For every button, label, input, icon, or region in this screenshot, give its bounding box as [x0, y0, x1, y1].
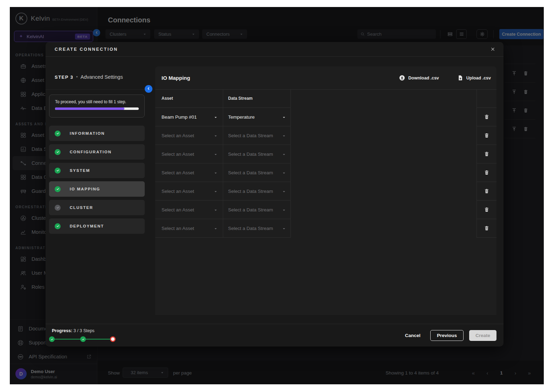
modal-step-panel: STEP 3 • Advanced Settings To proceed, y…: [46, 57, 149, 324]
check-icon: [55, 149, 61, 155]
io-mapping-panel: IO Mapping Download .csv Upload .csv: [155, 66, 496, 315]
io-table-delete-column: [477, 89, 496, 238]
progress-label: Progress: 3 / 3 Steps: [52, 328, 95, 333]
step-heading: STEP 3 • Advanced Settings: [55, 74, 123, 80]
io-mapping-row: Select an AssetSelect a Data Stream: [155, 163, 291, 182]
io-mapping-row: Beam Pump #01Temperature: [155, 108, 291, 126]
chevron-left-icon: [146, 86, 151, 92]
wizard-step-io-mapping[interactable]: IO MAPPING: [49, 181, 145, 197]
create-connection-modal: CREATE CONNECTION STEP 3 • Advanced Sett…: [46, 42, 503, 346]
chevron-down-icon: [282, 208, 286, 212]
chevron-down-icon: [213, 133, 218, 138]
io-mapping-titlebar: IO Mapping Download .csv Upload .csv: [162, 66, 491, 89]
trash-icon[interactable]: [484, 188, 489, 194]
chevron-down-icon: [282, 115, 286, 119]
download-icon: [399, 75, 405, 81]
stepper-current-node: [110, 336, 116, 342]
chevron-down-icon: [213, 189, 218, 194]
modal-footer: Progress: 3 / 3 Steps Cancel Previous Cr…: [46, 324, 503, 346]
asset-select[interactable]: Select an Asset: [155, 145, 223, 163]
wizard-step-information[interactable]: INFORMATION: [49, 126, 145, 141]
io-table-header: Asset Data Stream: [155, 89, 291, 108]
notice-progress-fill: [55, 107, 124, 110]
previous-button[interactable]: Previous: [430, 330, 464, 341]
chevron-down-icon: [213, 152, 218, 156]
trash-icon[interactable]: [484, 170, 489, 175]
chevron-down-icon: [282, 152, 286, 156]
check-icon: [55, 186, 61, 192]
delete-row-cell: [477, 201, 496, 219]
asset-select[interactable]: Select an Asset: [155, 219, 223, 237]
trash-icon[interactable]: [484, 207, 489, 212]
asset-select[interactable]: Select an Asset: [155, 126, 223, 145]
asset-select[interactable]: Select an Asset: [155, 182, 223, 200]
asset-select[interactable]: Beam Pump #01: [155, 108, 223, 126]
upload-csv-button[interactable]: Upload .csv: [457, 75, 491, 81]
progress-notice: To proceed, you still need to fill 1 ste…: [49, 94, 145, 118]
close-icon[interactable]: [489, 46, 496, 53]
wizard-step-cluster[interactable]: CLUSTER: [49, 200, 145, 215]
panel-collapse-button[interactable]: [145, 85, 152, 93]
cancel-button[interactable]: Cancel: [401, 331, 425, 340]
io-mapping-row: Select an AssetSelect a Data Stream: [155, 182, 291, 201]
notice-progress-track: [55, 107, 139, 110]
stepper-done-node: [49, 336, 55, 342]
trash-icon[interactable]: [484, 133, 489, 138]
io-mapping-title: IO Mapping: [162, 75, 190, 81]
create-button[interactable]: Create: [469, 330, 496, 341]
data-stream-select[interactable]: Temperature: [223, 108, 291, 126]
wizard-step-configuration[interactable]: CONFIGURATION: [49, 144, 145, 160]
app-window: K Kelvin BETA Environment (DEV) KelvinAI…: [10, 7, 544, 384]
delete-row-cell: [477, 145, 496, 163]
download-csv-button[interactable]: Download .csv: [399, 75, 439, 81]
data-stream-select[interactable]: Select a Data Stream: [223, 163, 291, 182]
pending-check-icon: [55, 205, 61, 211]
io-mapping-row: Select an AssetSelect a Data Stream: [155, 201, 291, 219]
chevron-down-icon: [213, 208, 218, 212]
io-mapping-row: Select an AssetSelect a Data Stream: [155, 145, 291, 163]
data-stream-select[interactable]: Select a Data Stream: [223, 201, 291, 219]
modal-title: CREATE CONNECTION: [55, 47, 118, 52]
chevron-down-icon: [213, 226, 218, 231]
step-list: INFORMATIONCONFIGURATIONSYSTEMIO MAPPING…: [49, 126, 145, 237]
data-stream-select[interactable]: Select a Data Stream: [223, 219, 291, 237]
data-stream-select[interactable]: Select a Data Stream: [223, 126, 291, 145]
chevron-down-icon: [282, 133, 286, 138]
chevron-down-icon: [282, 189, 286, 194]
io-mapping-row: Select an AssetSelect a Data Stream: [155, 126, 291, 145]
check-icon: [55, 131, 61, 136]
delete-row-cell: [477, 108, 496, 126]
upload-icon: [457, 75, 463, 81]
progress-stepper: [49, 336, 119, 342]
check-icon: [55, 223, 61, 229]
asset-select[interactable]: Select an Asset: [155, 201, 223, 219]
chevron-down-icon: [213, 170, 218, 175]
trash-icon[interactable]: [484, 114, 489, 120]
chevron-down-icon: [282, 226, 286, 231]
delete-row-cell: [477, 219, 496, 238]
stepper-done-node: [80, 336, 86, 342]
data-stream-select[interactable]: Select a Data Stream: [223, 145, 291, 163]
divider: [46, 89, 149, 90]
delete-row-cell: [477, 182, 496, 201]
io-mapping-table: Asset Data Stream Beam Pump #01Temperatu…: [155, 89, 291, 238]
trash-icon[interactable]: [484, 225, 489, 231]
delete-row-cell: [477, 163, 496, 182]
screen: K Kelvin BETA Environment (DEV) KelvinAI…: [0, 0, 555, 392]
chevron-down-icon: [282, 170, 286, 175]
trash-icon[interactable]: [484, 151, 489, 157]
delete-column-header: [477, 89, 496, 108]
modal-header: CREATE CONNECTION: [46, 42, 503, 57]
asset-select[interactable]: Select an Asset: [155, 163, 223, 182]
delete-row-cell: [477, 126, 496, 145]
data-stream-select[interactable]: Select a Data Stream: [223, 182, 291, 200]
check-icon: [55, 168, 61, 174]
wizard-step-deployment[interactable]: DEPLOYMENT: [49, 218, 145, 234]
wizard-step-system[interactable]: SYSTEM: [49, 163, 145, 178]
chevron-down-icon: [213, 115, 218, 119]
io-mapping-row: Select an AssetSelect a Data Stream: [155, 219, 291, 238]
